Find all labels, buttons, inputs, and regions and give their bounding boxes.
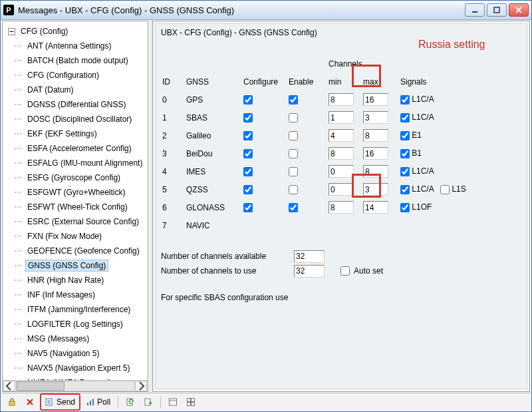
- enable-checkbox[interactable]: [289, 149, 298, 158]
- channels-use-field[interactable]: [294, 265, 325, 278]
- configure-checkbox[interactable]: [243, 113, 253, 122]
- tree-node[interactable]: ⋯ITFM (Jamming/Interference): [5, 302, 148, 317]
- configure-checkbox[interactable]: [243, 203, 253, 212]
- tree-node[interactable]: ⋯HNR (High Nav Rate): [5, 273, 148, 288]
- scroll-left-icon[interactable]: [3, 381, 15, 391]
- collapse-icon[interactable]: [7, 27, 17, 37]
- max-field[interactable]: [363, 147, 388, 160]
- configure-checkbox[interactable]: [243, 149, 253, 158]
- gnss-table: Channels ID GNSS Configure Enable min ma…: [161, 55, 470, 234]
- max-field[interactable]: [363, 183, 388, 196]
- tree-node[interactable]: ⋯BATCH (Batch mode output): [5, 53, 148, 68]
- max-field[interactable]: [363, 165, 388, 178]
- min-field[interactable]: [329, 183, 354, 196]
- tree-branch-icon: ⋯: [11, 129, 25, 138]
- tree-node[interactable]: ⋯MSG (Messages): [5, 331, 148, 346]
- tree-node[interactable]: ⋯NAVX5 (Navigation Expert 5): [5, 361, 148, 375]
- scroll-right-icon[interactable]: [135, 381, 147, 391]
- cell-gnss: QZSS: [185, 180, 242, 198]
- signal-label: B1: [412, 148, 422, 158]
- min-field[interactable]: [329, 165, 354, 178]
- min-field[interactable]: [329, 93, 354, 106]
- tree-branch-icon: ⋯: [11, 232, 25, 241]
- enable-checkbox[interactable]: [289, 113, 298, 122]
- tree-node-label: NAV5 (Navigation 5): [25, 348, 102, 359]
- close-button[interactable]: [509, 3, 529, 17]
- auto-set-checkbox[interactable]: [340, 266, 350, 276]
- tree-node-label: HNR (High Nav Rate): [25, 275, 106, 286]
- toolbar-button-1[interactable]: [122, 395, 138, 409]
- tree-node[interactable]: ⋯ESFWT (Wheel-Tick Config): [5, 200, 148, 214]
- window-title: Messages - UBX - CFG (Config) - GNSS (GN…: [18, 5, 465, 15]
- toolbar-button-2[interactable]: [140, 395, 156, 409]
- tree-node[interactable]: ⋯DAT (Datum): [5, 83, 148, 97]
- tree-node[interactable]: ⋯ANT (Antenna Settings): [5, 39, 148, 53]
- tree-node[interactable]: ⋯DOSC (Disciplined Oscillator): [5, 112, 148, 126]
- send-button[interactable]: Send: [42, 395, 78, 409]
- tree-node[interactable]: ⋯ESRC (External Source Config): [5, 214, 148, 229]
- max-field[interactable]: [363, 93, 388, 106]
- enable-checkbox[interactable]: [289, 131, 298, 140]
- document-refresh-icon: [126, 397, 135, 407]
- tree-node[interactable]: ⋯ESFALG (IMU-mount Alignment): [5, 156, 148, 170]
- tree-node[interactable]: ⋯ESFG (Gyroscope Config): [5, 170, 148, 185]
- min-field[interactable]: [329, 129, 354, 142]
- tree-node[interactable]: ⋯GNSS (GNSS Config): [5, 258, 148, 273]
- lock-icon: [7, 397, 17, 407]
- tree-node-label: ESRC (External Source Config): [25, 216, 141, 227]
- lock-button[interactable]: [4, 395, 20, 409]
- tree-node[interactable]: ⋯INF (Inf Messages): [5, 288, 148, 302]
- toolbar-button-3[interactable]: [165, 395, 181, 409]
- tree-node[interactable]: ⋯CFG (Configuration): [5, 68, 148, 83]
- signal-checkbox[interactable]: [400, 167, 410, 176]
- tree-node[interactable]: ⋯EKF (EKF Settings): [5, 126, 148, 141]
- max-field[interactable]: [363, 201, 388, 214]
- configure-checkbox[interactable]: [243, 131, 253, 140]
- tree-node[interactable]: ⋯GEOFENCE (Geofence Config): [5, 244, 148, 258]
- signal-checkbox[interactable]: [400, 203, 410, 212]
- tree-node[interactable]: ⋯FXN (Fix Now Mode): [5, 229, 148, 244]
- min-field[interactable]: [329, 147, 354, 160]
- enable-checkbox[interactable]: [289, 185, 298, 194]
- enable-checkbox[interactable]: [289, 203, 298, 212]
- configure-checkbox[interactable]: [243, 185, 253, 194]
- signal-checkbox[interactable]: [400, 113, 410, 122]
- tree-node[interactable]: ⋯NAV5 (Navigation 5): [5, 346, 148, 361]
- signal-checkbox[interactable]: [400, 185, 410, 194]
- tree-node-cfg[interactable]: CFG (Config): [5, 24, 148, 39]
- tree-node-label: ESFG (Gyroscope Config): [25, 172, 122, 183]
- tree-h-scrollbar[interactable]: [3, 380, 148, 391]
- gnss-row: 7NAVIC: [161, 216, 470, 234]
- channels-available-field[interactable]: [294, 250, 325, 263]
- sbas-note: For specific SBAS configuration use: [161, 293, 288, 302]
- titlebar: P Messages - UBX - CFG (Config) - GNSS (…: [1, 1, 531, 20]
- configure-checkbox[interactable]: [243, 95, 253, 104]
- enable-checkbox[interactable]: [289, 95, 298, 104]
- signal-checkbox[interactable]: [400, 131, 410, 140]
- signal-checkbox[interactable]: [400, 149, 410, 158]
- tree-node[interactable]: ⋯ESFGWT (Gyro+Wheeltick): [5, 185, 148, 200]
- tree-node[interactable]: ⋯NMEA (NMEA Protocol): [5, 375, 148, 380]
- enable-checkbox[interactable]: [289, 167, 298, 176]
- configure-checkbox[interactable]: [243, 167, 253, 176]
- maximize-button[interactable]: [487, 3, 507, 17]
- toolbar-button-4[interactable]: [183, 395, 199, 409]
- signal-checkbox[interactable]: [440, 185, 450, 194]
- delete-button[interactable]: [22, 395, 38, 409]
- poll-button[interactable]: Poll: [82, 395, 114, 409]
- col-configure: Configure: [242, 73, 287, 91]
- tree-node[interactable]: ⋯LOGFILTER (Log Settings): [5, 317, 148, 331]
- tree-node[interactable]: ⋯ESFA (Accelerometer Config): [5, 141, 148, 156]
- max-field[interactable]: [363, 111, 388, 124]
- tree-branch-icon: ⋯: [11, 114, 25, 124]
- minimize-button[interactable]: [465, 3, 485, 17]
- breadcrumb: UBX - CFG (Config) - GNSS (GNSS Config): [161, 28, 521, 37]
- tree-node[interactable]: ⋯DGNSS (Differential GNSS): [5, 97, 148, 112]
- tree-node-label: DAT (Datum): [25, 85, 76, 95]
- signal-checkbox[interactable]: [400, 95, 410, 104]
- min-field[interactable]: [329, 111, 354, 124]
- message-tree[interactable]: CFG (Config) ⋯ANT (Antenna Settings)⋯BAT…: [3, 21, 148, 380]
- min-field[interactable]: [329, 201, 354, 214]
- gnss-row: 6GLONASS L1OF: [161, 198, 470, 216]
- max-field[interactable]: [363, 129, 388, 142]
